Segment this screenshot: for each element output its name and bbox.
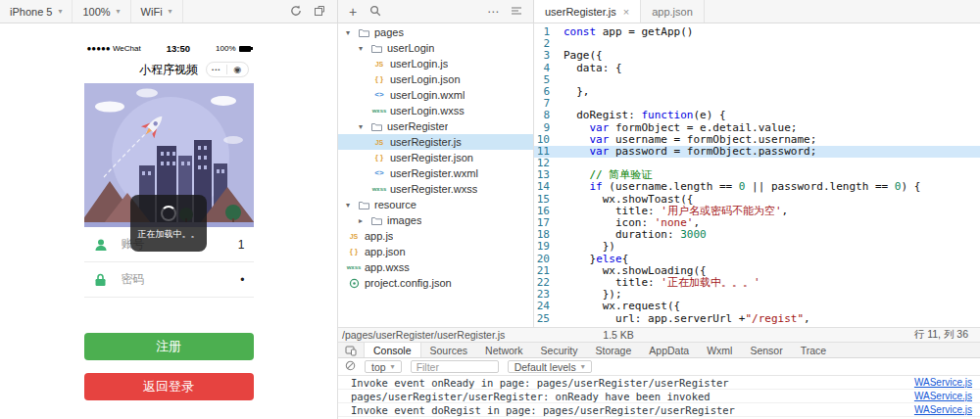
code-line-3[interactable]: 3Page({ [534, 50, 980, 62]
code-text: const app = getApp() [564, 26, 693, 38]
device-selector[interactable]: iPhone 5 ▾ [0, 0, 73, 23]
tree-item-label: userRegister.wxss [390, 183, 477, 195]
file-type-icon-config [346, 278, 362, 289]
code-line-14[interactable]: 14 if (username.length == 0 || password.… [534, 181, 980, 193]
file-type-icon-js: JS [371, 61, 387, 68]
log-levels-selector[interactable]: Default levels ▾ [508, 360, 592, 373]
tree-file-app.js[interactable]: JSapp.js [338, 228, 533, 244]
tree-file-userRegister.wxss[interactable]: wxssuserRegister.wxss [338, 181, 533, 197]
undock-window-icon[interactable] [314, 5, 325, 19]
line-number: 4 [534, 63, 564, 74]
code-line-25[interactable]: 25 url: app.serverUrl +"/regist", [534, 313, 980, 325]
tree-file-app.wxss[interactable]: wxssapp.wxss [338, 259, 533, 275]
context-selector[interactable]: top ▾ [365, 360, 402, 373]
rotate-device-icon[interactable] [290, 5, 302, 19]
explorer-toolbar: + ⋯ [338, 0, 534, 23]
console-tab-storage[interactable]: Storage [587, 343, 641, 357]
more-options-icon[interactable]: ⋯ [487, 5, 500, 19]
register-button[interactable]: 注册 [84, 333, 254, 360]
console-tab-sensor[interactable]: Sensor [741, 343, 791, 357]
console-tab-security[interactable]: Security [532, 343, 587, 357]
file-type-icon-json: { } [371, 75, 387, 83]
password-label: 密码 [122, 271, 145, 288]
collapse-all-icon[interactable] [511, 5, 522, 19]
back-to-login-button[interactable]: 返回登录 [84, 373, 254, 400]
log-source-link[interactable]: WAService.js [906, 404, 972, 415]
tree-file-userLogin.js[interactable]: JSuserLogin.js [338, 56, 533, 71]
tree-folder-resource[interactable]: ▾resource [338, 197, 533, 212]
code-text: var password = formObject.password; [564, 146, 816, 158]
add-file-icon[interactable]: + [349, 5, 357, 19]
log-source-link[interactable]: WAService.js [906, 391, 972, 401]
log-source-link[interactable]: WAService.js [906, 377, 972, 388]
tree-folder-userRegister[interactable]: ▾userRegister [338, 118, 533, 134]
console-tab-console[interactable]: Console [365, 343, 421, 357]
code-text: if (username.length == 0 || password.len… [564, 181, 920, 193]
tree-file-userRegister.json[interactable]: { }userRegister.json [338, 150, 533, 165]
console-tab-network[interactable]: Network [476, 343, 532, 357]
code-line-6[interactable]: 6 }, [534, 86, 980, 98]
chevron-down-icon: ▾ [391, 362, 395, 371]
close-icon[interactable]: × [623, 6, 629, 18]
tree-file-userLogin.wxml[interactable]: <>userLogin.wxml [338, 87, 533, 103]
tree-folder-images[interactable]: ▸images [338, 212, 533, 228]
file-path-label: /pages/userRegister/userRegister.js [342, 329, 505, 341]
inspect-device-icon[interactable] [338, 343, 365, 357]
phone-screen: ●●●●● WeChat 13:50 100% 小程序视频 ••• ◉ [84, 40, 254, 400]
tree-folder-userLogin[interactable]: ▾userLogin [338, 40, 533, 56]
tab-userregister-js[interactable]: userRegister.js × [534, 0, 641, 23]
console-tab-appdata[interactable]: AppData [640, 343, 698, 357]
chevron-down-icon[interactable]: ▾ [359, 44, 368, 53]
code-line-4[interactable]: 4 data: { [534, 63, 980, 74]
more-icon[interactable]: ••• [207, 67, 227, 72]
tree-file-project.config.json[interactable]: project.config.json [338, 275, 533, 291]
file-type-icon-wxml: <> [371, 91, 387, 99]
tree-item-label: images [387, 214, 421, 226]
console-tab-wxml[interactable]: Wxml [698, 343, 741, 357]
tree-item-label: userLogin.wxss [390, 105, 465, 116]
tree-item-label: project.config.json [365, 277, 452, 289]
code-area: 1const app = getApp()23Page({4 data: {56… [534, 23, 980, 327]
clock-label: 13:50 [141, 43, 216, 54]
search-icon[interactable] [369, 5, 381, 19]
console-filter-input[interactable] [411, 360, 499, 373]
zoom-selector[interactable]: 100% ▾ [73, 0, 130, 23]
clear-console-icon[interactable] [345, 360, 356, 373]
tree-folder-pages[interactable]: ▾pages [338, 24, 533, 40]
tab-label: userRegister.js [545, 6, 616, 18]
tree-file-userRegister.js[interactable]: JSuserRegister.js [338, 134, 533, 150]
file-type-icon-wxss: wxss [371, 108, 387, 114]
network-selector[interactable]: WiFi ▾ [131, 0, 183, 23]
user-icon [93, 238, 109, 252]
exit-miniprogram-icon[interactable]: ◉ [227, 65, 248, 74]
tree-file-userLogin.wxss[interactable]: wxssuserLogin.wxss [338, 103, 533, 118]
zoom-selector-label: 100% [82, 6, 110, 18]
code-line-11[interactable]: 11 var password = formObject.password; [534, 146, 980, 158]
tree-file-userLogin.json[interactable]: { }userLogin.json [338, 71, 533, 87]
log-levels-label: Default levels [514, 361, 576, 373]
chevron-down-icon[interactable]: ▾ [346, 201, 356, 210]
password-field[interactable]: 密码 • [84, 262, 254, 298]
file-type-icon-wxml: <> [371, 169, 387, 177]
code-line-5[interactable]: 5 [534, 74, 980, 86]
tree-item-label: userRegister [387, 120, 448, 132]
code-line-1[interactable]: 1const app = getApp() [534, 26, 980, 38]
console-tab-sources[interactable]: Sources [421, 343, 477, 357]
code-text: url: app.serverUrl +"/regist", [564, 313, 810, 325]
file-tree: ▾pages▾userLoginJSuserLogin.js{ }userLog… [338, 23, 534, 327]
console-tab-trace[interactable]: Trace [792, 343, 835, 357]
tab-app-json[interactable]: app.json [641, 0, 705, 23]
tree-file-app.json[interactable]: { }app.json [338, 244, 533, 259]
tree-item-label: app.js [365, 230, 393, 242]
console-log-row: Invoke event onReady in page: pages/user… [338, 376, 980, 390]
top-toolbar: iPhone 5 ▾ 100% ▾ WiFi ▾ + ⋯ [0, 0, 980, 23]
line-number: 19 [534, 241, 564, 253]
chevron-down-icon[interactable]: ▾ [359, 122, 368, 131]
editor-status-bar: /pages/userRegister/userRegister.js 1.5 … [338, 327, 980, 342]
chevron-down-icon[interactable]: ▾ [346, 28, 356, 37]
chevron-right-icon[interactable]: ▸ [359, 216, 368, 225]
tab-label: app.json [652, 6, 693, 18]
code-line-20[interactable]: 20 }else{ [534, 254, 980, 265]
tree-file-userRegister.wxml[interactable]: <>userRegister.wxml [338, 165, 533, 181]
folder-icon [368, 44, 384, 53]
